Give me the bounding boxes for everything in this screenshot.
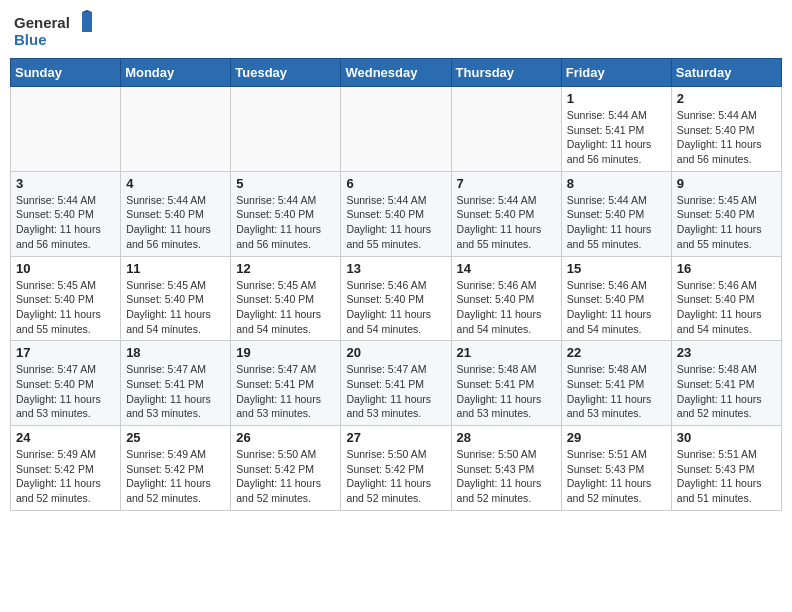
- day-info: Sunrise: 5:48 AM: [457, 362, 556, 377]
- day-info: Sunrise: 5:44 AM: [346, 193, 445, 208]
- calendar-cell: 5Sunrise: 5:44 AMSunset: 5:40 PMDaylight…: [231, 171, 341, 256]
- calendar-cell: 30Sunrise: 5:51 AMSunset: 5:43 PMDayligh…: [671, 426, 781, 511]
- day-number: 12: [236, 261, 335, 276]
- day-info: Sunset: 5:42 PM: [236, 462, 335, 477]
- day-info: Sunrise: 5:50 AM: [346, 447, 445, 462]
- day-info: Daylight: 11 hours and 55 minutes.: [677, 222, 776, 251]
- calendar-cell: 7Sunrise: 5:44 AMSunset: 5:40 PMDaylight…: [451, 171, 561, 256]
- week-row-3: 10Sunrise: 5:45 AMSunset: 5:40 PMDayligh…: [11, 256, 782, 341]
- day-info: Sunrise: 5:45 AM: [16, 278, 115, 293]
- day-info: Sunset: 5:43 PM: [457, 462, 556, 477]
- day-info: Daylight: 11 hours and 56 minutes.: [677, 137, 776, 166]
- calendar-cell: 18Sunrise: 5:47 AMSunset: 5:41 PMDayligh…: [121, 341, 231, 426]
- day-number: 28: [457, 430, 556, 445]
- day-info: Sunset: 5:40 PM: [346, 207, 445, 222]
- day-info: Daylight: 11 hours and 53 minutes.: [346, 392, 445, 421]
- day-number: 15: [567, 261, 666, 276]
- day-number: 19: [236, 345, 335, 360]
- week-row-1: 1Sunrise: 5:44 AMSunset: 5:41 PMDaylight…: [11, 87, 782, 172]
- day-info: Daylight: 11 hours and 55 minutes.: [346, 222, 445, 251]
- weekday-header-thursday: Thursday: [451, 59, 561, 87]
- day-info: Sunset: 5:42 PM: [126, 462, 225, 477]
- day-info: Sunrise: 5:44 AM: [236, 193, 335, 208]
- day-info: Sunset: 5:41 PM: [346, 377, 445, 392]
- day-info: Sunset: 5:40 PM: [677, 123, 776, 138]
- svg-marker-2: [82, 10, 92, 12]
- weekday-header-monday: Monday: [121, 59, 231, 87]
- day-number: 25: [126, 430, 225, 445]
- day-info: Daylight: 11 hours and 54 minutes.: [236, 307, 335, 336]
- weekday-header-row: SundayMondayTuesdayWednesdayThursdayFrid…: [11, 59, 782, 87]
- day-info: Daylight: 11 hours and 53 minutes.: [16, 392, 115, 421]
- day-number: 4: [126, 176, 225, 191]
- day-info: Sunset: 5:40 PM: [346, 292, 445, 307]
- logo-svg: GeneralBlue: [14, 10, 104, 50]
- day-info: Sunrise: 5:50 AM: [457, 447, 556, 462]
- weekday-header-friday: Friday: [561, 59, 671, 87]
- calendar-cell: 1Sunrise: 5:44 AMSunset: 5:41 PMDaylight…: [561, 87, 671, 172]
- day-info: Sunset: 5:41 PM: [677, 377, 776, 392]
- day-info: Daylight: 11 hours and 55 minutes.: [16, 307, 115, 336]
- week-row-4: 17Sunrise: 5:47 AMSunset: 5:40 PMDayligh…: [11, 341, 782, 426]
- day-info: Sunrise: 5:45 AM: [677, 193, 776, 208]
- day-info: Sunrise: 5:46 AM: [677, 278, 776, 293]
- day-info: Daylight: 11 hours and 53 minutes.: [567, 392, 666, 421]
- day-info: Sunrise: 5:44 AM: [567, 193, 666, 208]
- calendar-cell: 12Sunrise: 5:45 AMSunset: 5:40 PMDayligh…: [231, 256, 341, 341]
- calendar-cell: 10Sunrise: 5:45 AMSunset: 5:40 PMDayligh…: [11, 256, 121, 341]
- calendar-cell: 11Sunrise: 5:45 AMSunset: 5:40 PMDayligh…: [121, 256, 231, 341]
- day-info: Sunset: 5:42 PM: [16, 462, 115, 477]
- day-info: Sunset: 5:40 PM: [457, 292, 556, 307]
- calendar-cell: 21Sunrise: 5:48 AMSunset: 5:41 PMDayligh…: [451, 341, 561, 426]
- calendar-cell: 20Sunrise: 5:47 AMSunset: 5:41 PMDayligh…: [341, 341, 451, 426]
- day-number: 10: [16, 261, 115, 276]
- calendar-cell: [231, 87, 341, 172]
- calendar-cell: 22Sunrise: 5:48 AMSunset: 5:41 PMDayligh…: [561, 341, 671, 426]
- day-info: Daylight: 11 hours and 56 minutes.: [567, 137, 666, 166]
- day-info: Sunset: 5:41 PM: [567, 123, 666, 138]
- day-number: 21: [457, 345, 556, 360]
- day-info: Sunrise: 5:47 AM: [346, 362, 445, 377]
- day-number: 24: [16, 430, 115, 445]
- day-number: 22: [567, 345, 666, 360]
- day-info: Sunrise: 5:44 AM: [457, 193, 556, 208]
- calendar-cell: 2Sunrise: 5:44 AMSunset: 5:40 PMDaylight…: [671, 87, 781, 172]
- day-info: Sunset: 5:41 PM: [567, 377, 666, 392]
- calendar-cell: 28Sunrise: 5:50 AMSunset: 5:43 PMDayligh…: [451, 426, 561, 511]
- day-number: 7: [457, 176, 556, 191]
- day-number: 5: [236, 176, 335, 191]
- calendar-cell: 29Sunrise: 5:51 AMSunset: 5:43 PMDayligh…: [561, 426, 671, 511]
- day-number: 11: [126, 261, 225, 276]
- calendar-cell: 26Sunrise: 5:50 AMSunset: 5:42 PMDayligh…: [231, 426, 341, 511]
- day-info: Sunset: 5:40 PM: [126, 292, 225, 307]
- day-info: Sunrise: 5:50 AM: [236, 447, 335, 462]
- calendar-cell: 13Sunrise: 5:46 AMSunset: 5:40 PMDayligh…: [341, 256, 451, 341]
- day-info: Daylight: 11 hours and 52 minutes.: [567, 476, 666, 505]
- day-info: Sunset: 5:40 PM: [677, 292, 776, 307]
- logo: GeneralBlue: [14, 10, 104, 50]
- day-info: Sunrise: 5:46 AM: [567, 278, 666, 293]
- day-info: Sunset: 5:40 PM: [567, 207, 666, 222]
- day-info: Daylight: 11 hours and 53 minutes.: [457, 392, 556, 421]
- day-info: Sunrise: 5:48 AM: [567, 362, 666, 377]
- day-info: Daylight: 11 hours and 52 minutes.: [126, 476, 225, 505]
- day-info: Sunset: 5:42 PM: [346, 462, 445, 477]
- day-number: 17: [16, 345, 115, 360]
- day-info: Daylight: 11 hours and 54 minutes.: [126, 307, 225, 336]
- svg-text:Blue: Blue: [14, 31, 47, 48]
- day-number: 30: [677, 430, 776, 445]
- day-info: Daylight: 11 hours and 54 minutes.: [457, 307, 556, 336]
- day-number: 26: [236, 430, 335, 445]
- day-info: Sunrise: 5:45 AM: [126, 278, 225, 293]
- day-info: Sunrise: 5:48 AM: [677, 362, 776, 377]
- day-info: Sunrise: 5:49 AM: [16, 447, 115, 462]
- calendar-cell: 15Sunrise: 5:46 AMSunset: 5:40 PMDayligh…: [561, 256, 671, 341]
- week-row-2: 3Sunrise: 5:44 AMSunset: 5:40 PMDaylight…: [11, 171, 782, 256]
- calendar-cell: [341, 87, 451, 172]
- day-info: Daylight: 11 hours and 55 minutes.: [567, 222, 666, 251]
- day-info: Sunset: 5:41 PM: [126, 377, 225, 392]
- day-info: Daylight: 11 hours and 54 minutes.: [567, 307, 666, 336]
- day-number: 1: [567, 91, 666, 106]
- calendar-cell: 9Sunrise: 5:45 AMSunset: 5:40 PMDaylight…: [671, 171, 781, 256]
- day-info: Daylight: 11 hours and 52 minutes.: [236, 476, 335, 505]
